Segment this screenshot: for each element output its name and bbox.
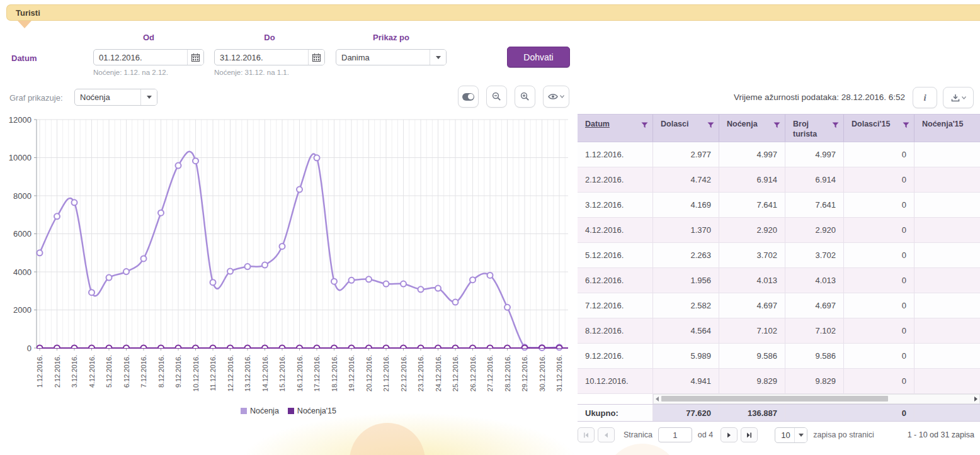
table-horizontal-scrollbar [578,394,980,404]
table-row[interactable]: 8.12.2016.4.5647.1027.1020 [578,318,980,344]
series-nocenja-marker [245,264,251,269]
column-header-no-enja-15[interactable]: Noćenja'15 [914,115,980,142]
scrollbar-thumb[interactable] [661,396,888,402]
first-page-button[interactable] [578,427,595,442]
cell-datum: 10.12.2016. [578,369,653,393]
column-header-label: Broj turista [793,120,817,138]
series-nocenja-marker [37,250,43,256]
chart-toggle-button[interactable] [458,86,479,108]
page-number-input[interactable] [658,427,692,442]
tab-turisti[interactable]: Turisti [7,8,40,18]
cell-no-enja-15 [914,193,980,217]
info-icon: i [923,93,926,103]
table-row[interactable]: 5.12.2016.2.2633.7023.7020 [578,243,980,268]
date-to-input[interactable] [215,50,308,65]
cell-no-enja: 4.697 [719,293,785,318]
column-header-no-enja[interactable]: Noćenja [719,115,785,142]
date-from-calendar-button[interactable] [187,50,203,65]
svg-text:10000: 10000 [9,153,31,162]
cell-no-enja-15 [914,344,980,368]
filter-icon[interactable] [773,122,780,128]
date-from-field [93,49,204,65]
cell-no-enja: 7.102 [719,318,785,343]
cell-dolasci-15: 0 [844,268,914,293]
table-row[interactable]: 4.12.2016.1.3702.9202.9200 [578,218,980,243]
filter-icon[interactable] [832,122,839,128]
cell-datum: 2.12.2016. [578,167,653,192]
calendar-icon [191,53,200,62]
column-header-datum[interactable]: Datum [578,115,653,142]
cell-no-enja-15 [914,142,980,167]
zoom-out-button[interactable] [486,86,507,108]
cell-broj-turista: 6.914 [785,167,844,192]
table-row[interactable]: 9.12.2016.5.9899.5869.5860 [578,344,980,369]
column-header-label: Noćenja [727,120,758,128]
dohvati-button[interactable]: Dohvati [507,47,570,67]
series-nocenja-marker [314,155,320,160]
svg-text:4.12.2016.: 4.12.2016. [88,355,96,388]
graf-prikazuje-select[interactable] [74,89,157,106]
column-header-dolasci-15[interactable]: Dolasci'15 [844,115,914,142]
page-size-value [775,428,794,442]
scrollbar-track[interactable] [653,394,980,404]
series-nocenja-marker [193,158,198,164]
svg-text:7.12.2016.: 7.12.2016. [140,355,147,388]
last-page-button[interactable] [741,427,758,442]
date-to-calendar-button[interactable] [308,50,324,65]
datum-row-label: Datum [11,53,37,63]
cell-no-enja: 9.829 [719,369,785,393]
scroll-right-arrow[interactable] [974,396,977,402]
table-row[interactable]: 1.12.2016.2.9774.9974.9970 [578,142,980,167]
chevron-down-icon [436,56,441,59]
legend-item-no-enja[interactable]: Noćenja [241,407,279,415]
do-label: Do [214,33,325,42]
export-button[interactable] [943,87,974,108]
series-nocenja-marker [72,199,77,205]
prikaz-po-dropdown-button[interactable] [430,50,446,65]
cell-datum: 4.12.2016. [578,218,653,242]
filter-icon[interactable] [903,122,909,128]
cell-datum: 9.12.2016. [578,344,653,368]
graf-dropdown-button[interactable] [140,89,157,105]
page-of-label: od 4 [698,430,713,439]
page-size-dropdown-button[interactable] [794,428,807,442]
series-nocenja-marker [349,278,355,283]
next-page-button[interactable] [721,427,738,442]
svg-text:27.12.2016.: 27.12.2016. [486,355,494,391]
page-size-select[interactable] [775,427,807,443]
zoom-in-button[interactable] [515,86,535,108]
table-row[interactable]: 3.12.2016.4.1697.6417.6410 [578,193,980,218]
series-visibility-button[interactable] [543,86,569,108]
svg-text:23.12.2016.: 23.12.2016. [417,355,424,391]
tab-pointer-arrow [18,21,31,28]
svg-text:24.12.2016.: 24.12.2016. [435,355,442,391]
cell-no-enja-15 [914,243,980,267]
filter-icon[interactable] [641,122,648,128]
date-to-field [214,49,325,65]
info-button[interactable]: i [913,87,937,108]
cell-no-enja-15 [914,167,980,192]
legend-swatch-icon [241,408,247,414]
svg-text:12000: 12000 [9,115,31,125]
table-row[interactable]: 10.12.2016.4.9419.8299.8290 [578,369,980,394]
scroll-left-arrow[interactable] [656,396,659,402]
cell-dolasci: 1.370 [653,218,719,242]
date-to-hint: Noćenje: 31.12. na 1.1. [214,69,289,76]
background-circle [350,423,425,455]
svg-text:22.12.2016.: 22.12.2016. [400,355,407,391]
prev-page-button[interactable] [598,427,615,442]
filter-icon[interactable] [707,122,714,128]
table-row[interactable]: 2.12.2016.4.7426.9146.9140 [578,167,980,193]
date-from-input[interactable] [94,50,187,65]
prikaz-po-select[interactable] [336,49,447,65]
cell-broj-turista: 2.920 [785,218,844,242]
series-nocenja-marker [297,187,302,193]
column-header-dolasci[interactable]: Dolasci [653,115,719,142]
svg-text:1.12.2016.: 1.12.2016. [36,355,43,388]
column-header-broj-turista[interactable]: Broj turista [785,115,844,142]
table-row[interactable]: 7.12.2016.2.5824.6974.6970 [578,293,980,318]
table-row[interactable]: 6.12.2016.1.9564.0134.0130 [578,268,980,293]
legend-item-no-enja-15[interactable]: Noćenja'15 [288,407,336,415]
prev-page-icon [604,432,608,438]
series-nocenja-marker [418,286,424,292]
